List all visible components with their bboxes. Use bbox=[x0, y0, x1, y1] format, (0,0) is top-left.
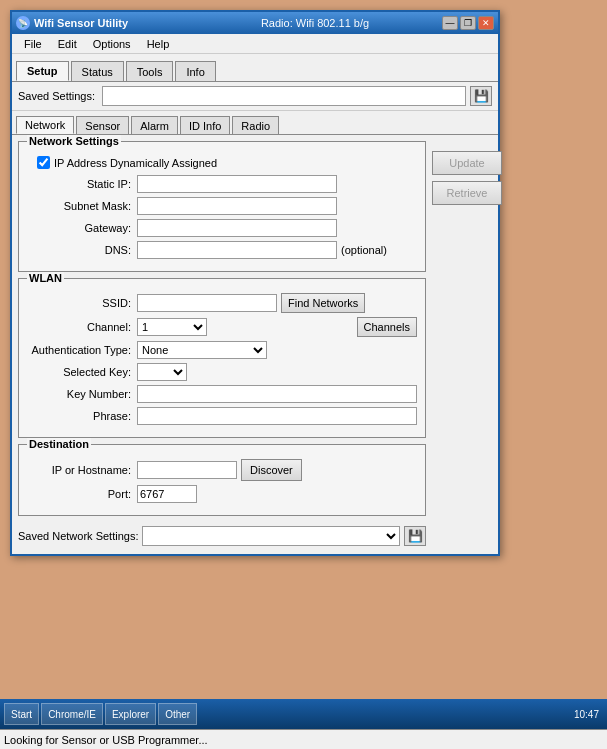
taskbar-start[interactable]: Start bbox=[4, 703, 39, 725]
saved-settings-row: Saved Settings: 💾 bbox=[12, 82, 498, 111]
dynamic-ip-row: IP Address Dynamically Assigned bbox=[27, 156, 417, 169]
auth-type-label: Authentication Type: bbox=[27, 344, 137, 356]
tab-status[interactable]: Status bbox=[71, 61, 124, 81]
saved-settings-save-button[interactable]: 💾 bbox=[470, 86, 492, 106]
dns-note: (optional) bbox=[341, 244, 387, 256]
saved-settings-label: Saved Settings: bbox=[18, 90, 98, 102]
discover-button[interactable]: Discover bbox=[241, 459, 302, 481]
channel-label: Channel: bbox=[27, 321, 137, 333]
selected-key-row: Selected Key: bbox=[27, 363, 417, 381]
port-row: Port: bbox=[27, 485, 417, 503]
auth-type-row: Authentication Type: None WEP WPA WPA2 bbox=[27, 341, 417, 359]
taskbar-app3[interactable]: Other bbox=[158, 703, 197, 725]
subtab-alarm[interactable]: Alarm bbox=[131, 116, 178, 134]
auth-type-select[interactable]: None WEP WPA WPA2 bbox=[137, 341, 267, 359]
left-panel: Network Settings IP Address Dynamically … bbox=[18, 141, 426, 548]
tab-info[interactable]: Info bbox=[175, 61, 215, 81]
main-window: 📡 Wifi Sensor Utility Radio: Wifi 802.11… bbox=[10, 10, 500, 556]
subnet-mask-input[interactable] bbox=[137, 197, 337, 215]
destination-group: Destination IP or Hostname: Discover Por… bbox=[18, 444, 426, 516]
gateway-label: Gateway: bbox=[27, 222, 137, 234]
ip-hostname-input[interactable] bbox=[137, 461, 237, 479]
sub-tab-bar: Network Sensor Alarm ID Info Radio bbox=[12, 111, 498, 135]
key-number-input[interactable] bbox=[137, 385, 417, 403]
channel-row: Channel: 12345 678910 111213 Channels bbox=[27, 317, 417, 337]
key-number-label: Key Number: bbox=[27, 388, 137, 400]
subnet-mask-row: Subnet Mask: bbox=[27, 197, 417, 215]
status-bar: Looking for Sensor or USB Programmer... bbox=[0, 729, 607, 749]
menu-edit[interactable]: Edit bbox=[50, 36, 85, 52]
dns-input[interactable] bbox=[137, 241, 337, 259]
taskbar-clock: 10:47 bbox=[574, 709, 603, 720]
selected-key-select[interactable] bbox=[137, 363, 187, 381]
title-bar: 📡 Wifi Sensor Utility Radio: Wifi 802.11… bbox=[12, 12, 498, 34]
minimize-button[interactable]: — bbox=[442, 16, 458, 30]
tab-setup[interactable]: Setup bbox=[16, 61, 69, 81]
main-tab-bar: Setup Status Tools Info bbox=[12, 54, 498, 82]
update-button[interactable]: Update bbox=[432, 151, 502, 175]
channel-select[interactable]: 12345 678910 111213 bbox=[137, 318, 207, 336]
menu-options[interactable]: Options bbox=[85, 36, 139, 52]
static-ip-input[interactable] bbox=[137, 175, 337, 193]
gateway-row: Gateway: bbox=[27, 219, 417, 237]
selected-key-label: Selected Key: bbox=[27, 366, 137, 378]
key-number-row: Key Number: bbox=[27, 385, 417, 403]
port-label: Port: bbox=[27, 488, 137, 500]
saved-network-save-button[interactable]: 💾 bbox=[404, 526, 426, 546]
window-controls: — ❐ ✕ bbox=[442, 16, 494, 30]
retrieve-button[interactable]: Retrieve bbox=[432, 181, 502, 205]
subnet-mask-label: Subnet Mask: bbox=[27, 200, 137, 212]
wlan-title: WLAN bbox=[27, 272, 64, 284]
menu-bar: File Edit Options Help bbox=[12, 34, 498, 54]
saved-network-label: Saved Network Settings: bbox=[18, 530, 138, 542]
taskbar-app1[interactable]: Chrome/IE bbox=[41, 703, 103, 725]
saved-network-combo[interactable] bbox=[142, 526, 400, 546]
subtab-network[interactable]: Network bbox=[16, 116, 74, 134]
app-title: Wifi Sensor Utility bbox=[34, 17, 128, 29]
wlan-group: WLAN SSID: Find Networks Channel: 12345 … bbox=[18, 278, 426, 438]
content-area: Network Settings IP Address Dynamically … bbox=[12, 135, 498, 554]
gateway-input[interactable] bbox=[137, 219, 337, 237]
taskbar-app2[interactable]: Explorer bbox=[105, 703, 156, 725]
taskbar: Start Chrome/IE Explorer Other 10:47 bbox=[0, 699, 607, 729]
dynamic-ip-label: IP Address Dynamically Assigned bbox=[54, 157, 217, 169]
saved-network-row: Saved Network Settings: 💾 bbox=[18, 522, 426, 548]
subtab-radio[interactable]: Radio bbox=[232, 116, 279, 134]
ssid-label: SSID: bbox=[27, 297, 137, 309]
subtab-sensor[interactable]: Sensor bbox=[76, 116, 129, 134]
ssid-input[interactable] bbox=[137, 294, 277, 312]
menu-file[interactable]: File bbox=[16, 36, 50, 52]
ssid-row: SSID: Find Networks bbox=[27, 293, 417, 313]
port-input[interactable] bbox=[137, 485, 197, 503]
app-icon: 📡 bbox=[16, 16, 30, 30]
phrase-input[interactable] bbox=[137, 407, 417, 425]
channels-button[interactable]: Channels bbox=[357, 317, 417, 337]
static-ip-row: Static IP: bbox=[27, 175, 417, 193]
phrase-label: Phrase: bbox=[27, 410, 137, 422]
dns-row: DNS: (optional) bbox=[27, 241, 417, 259]
saved-settings-combo[interactable] bbox=[102, 86, 466, 106]
network-settings-group: Network Settings IP Address Dynamically … bbox=[18, 141, 426, 272]
network-settings-title: Network Settings bbox=[27, 135, 121, 147]
ip-hostname-label: IP or Hostname: bbox=[27, 464, 137, 476]
menu-help[interactable]: Help bbox=[139, 36, 178, 52]
tab-tools[interactable]: Tools bbox=[126, 61, 174, 81]
subtab-idinfo[interactable]: ID Info bbox=[180, 116, 230, 134]
dynamic-ip-checkbox[interactable] bbox=[37, 156, 50, 169]
right-panel: Update Retrieve bbox=[432, 141, 502, 548]
status-text: Looking for Sensor or USB Programmer... bbox=[4, 734, 208, 746]
title-bar-left: 📡 Wifi Sensor Utility bbox=[16, 16, 128, 30]
phrase-row: Phrase: bbox=[27, 407, 417, 425]
ip-hostname-row: IP or Hostname: Discover bbox=[27, 459, 417, 481]
static-ip-label: Static IP: bbox=[27, 178, 137, 190]
find-networks-button[interactable]: Find Networks bbox=[281, 293, 365, 313]
destination-title: Destination bbox=[27, 438, 91, 450]
close-button[interactable]: ✕ bbox=[478, 16, 494, 30]
dns-label: DNS: bbox=[27, 244, 137, 256]
restore-button[interactable]: ❐ bbox=[460, 16, 476, 30]
radio-label: Radio: Wifi 802.11 b/g bbox=[261, 17, 369, 29]
